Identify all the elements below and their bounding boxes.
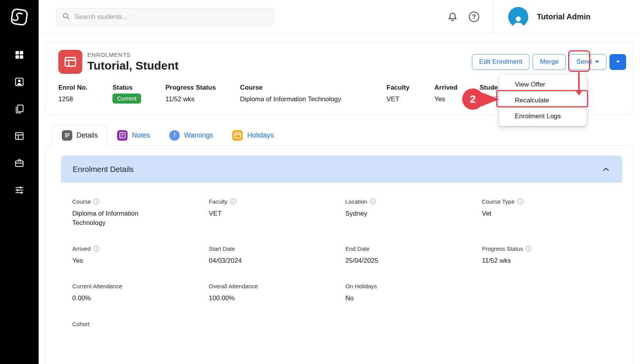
field-current-attendance: Current Attendance 0.00%: [72, 283, 209, 303]
tab-notes[interactable]: Notes: [107, 125, 160, 146]
more-actions-dropdown-button[interactable]: [609, 54, 626, 70]
notes-tab-icon: [117, 130, 128, 141]
help-icon[interactable]: [469, 12, 479, 22]
annotation-recalculate-highlight: [496, 90, 588, 107]
edit-enrolment-button[interactable]: Edit Enrolment: [472, 54, 530, 70]
annotation-step-number: 2: [470, 93, 476, 105]
tab-holidays-label: Holidays: [247, 131, 274, 139]
sidebar-nav: [14, 49, 25, 195]
progress-status-value: 11/52 wks: [165, 95, 240, 103]
warnings-tab-icon: [169, 130, 180, 141]
field-progress-status: Progress Status 11/52 wks: [482, 245, 618, 265]
course-value: Diploma of Information Technology: [240, 95, 386, 103]
location-field-label: Location: [346, 198, 368, 205]
search-input[interactable]: [75, 13, 269, 21]
sidebar: [0, 0, 39, 364]
summary-status: Status Current: [112, 84, 165, 104]
course-field-label: Course: [72, 198, 91, 205]
overall-attendance-field-label: Overall Attendance: [209, 283, 258, 289]
tab-notes-label: Notes: [132, 131, 150, 139]
faculty-label: Faculty: [386, 84, 434, 92]
header-actions: Edit Enrolment Merge Send: [472, 54, 626, 70]
app-root: Tutorial Admin ENROLMENTS Tutorial, Stud: [0, 0, 640, 364]
status-label: Status: [112, 84, 165, 92]
enrolment-details-section-header[interactable]: Enrolment Details: [61, 156, 622, 183]
summary-faculty: Faculty VET: [386, 84, 434, 104]
field-course-type: Course Type Vet: [482, 198, 618, 228]
details-tab-icon: [62, 130, 72, 141]
on-holidays-field-value: No: [346, 294, 482, 303]
course-label: Course: [240, 84, 386, 92]
page-title: Tutorial, Student: [87, 59, 179, 72]
edit-enrolment-label: Edit Enrolment: [479, 58, 523, 66]
field-on-holidays: On Holidays No: [346, 283, 482, 303]
summary-course: Course Diploma of Information Technology: [240, 84, 386, 104]
start-date-field-value: 04/03/2024: [209, 256, 345, 265]
cohort-field-label: Cohort: [72, 321, 90, 327]
details-tab-panel: Enrolment Details Course Diploma of Info…: [46, 145, 633, 364]
field-arrived: Arrived Yes: [72, 245, 209, 265]
annotation-arrow-line: [578, 72, 580, 90]
field-empty: [482, 283, 618, 303]
field-faculty: Faculty VET: [209, 198, 345, 228]
student-label: Stude: [480, 84, 498, 92]
tab-details[interactable]: Details: [52, 125, 107, 146]
current-attendance-field-value: 0.00%: [72, 294, 209, 303]
arrived-field-label: Arrived: [72, 245, 91, 252]
tabs-row: Details Notes Warnings: [46, 125, 633, 145]
location-field-value: Sydney: [346, 209, 482, 218]
agents-icon[interactable]: [14, 158, 25, 168]
app-logo-icon[interactable]: [9, 6, 30, 28]
module-eyebrow: ENROLMENTS: [87, 51, 179, 58]
documents-icon[interactable]: [14, 104, 25, 114]
end-date-field-value: 25/04/2025: [346, 256, 482, 265]
user-avatar[interactable]: [508, 7, 528, 27]
annotation-button-highlight: [568, 50, 590, 72]
settings-icon[interactable]: [14, 185, 25, 195]
faculty-value: VET: [386, 95, 434, 103]
info-icon[interactable]: [94, 199, 99, 204]
progress-status-label: Progress Status: [165, 84, 240, 92]
enrol-no-label: Enrol No.: [58, 84, 112, 92]
enrolment-header-text: ENROLMENTS Tutorial, Student: [87, 51, 179, 72]
students-icon[interactable]: [14, 77, 25, 87]
enrol-no-value: 1258: [58, 95, 112, 103]
notifications-bell-icon[interactable]: [447, 12, 458, 22]
topbar: Tutorial Admin: [39, 0, 640, 34]
search-icon: [62, 12, 70, 22]
info-icon[interactable]: [230, 199, 236, 204]
progress-status-field-value: 11/52 wks: [482, 256, 618, 265]
chevron-up-icon[interactable]: [601, 165, 611, 174]
info-icon[interactable]: [526, 246, 531, 252]
field-end-date: End Date 25/04/2025: [346, 245, 482, 265]
info-icon[interactable]: [94, 246, 99, 252]
start-date-field-label: Start Date: [209, 245, 235, 252]
info-icon[interactable]: [517, 199, 523, 204]
student-search[interactable]: [56, 8, 274, 26]
field-course: Course Diploma of Information Technology: [72, 198, 209, 228]
course-type-field-value: Vet: [482, 209, 618, 218]
enrolments-icon[interactable]: [14, 131, 25, 141]
field-location: Location Sydney: [346, 198, 482, 228]
faculty-field-label: Faculty: [209, 198, 227, 205]
user-name: Tutorial Admin: [537, 12, 591, 21]
menu-item-enrolment-logs[interactable]: Enrolment Logs: [499, 108, 587, 124]
current-attendance-field-label: Current Attendance: [72, 283, 122, 289]
end-date-field-label: End Date: [346, 245, 370, 252]
tab-details-label: Details: [77, 131, 98, 139]
merge-button[interactable]: Merge: [533, 54, 566, 70]
field-start-date: Start Date 04/03/2024: [209, 245, 345, 265]
dashboard-icon[interactable]: [14, 49, 25, 60]
overall-attendance-field-value: 100.00%: [209, 294, 345, 303]
info-icon[interactable]: [370, 199, 376, 204]
tab-warnings[interactable]: Warnings: [160, 125, 223, 146]
field-overall-attendance: Overall Attendance 100.00%: [209, 283, 345, 303]
summary-enrol-no: Enrol No. 1258: [58, 84, 112, 104]
merge-label: Merge: [540, 58, 558, 66]
enrolment-header-row: ENROLMENTS Tutorial, Student Edit Enrolm…: [46, 43, 633, 78]
summary-progress-status: Progress Status 11/52 wks: [165, 84, 240, 104]
tab-holidays[interactable]: Holidays: [223, 125, 283, 146]
enrolments-module-icon: [58, 50, 82, 74]
main-area: Tutorial Admin ENROLMENTS Tutorial, Stud: [39, 0, 640, 364]
section-title: Enrolment Details: [73, 165, 134, 174]
